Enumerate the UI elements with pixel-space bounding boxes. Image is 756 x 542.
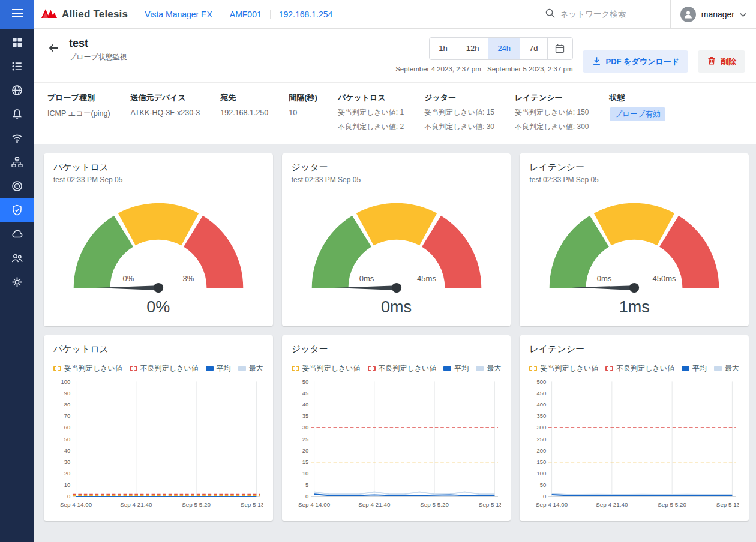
card-title: パケットロス: [53, 162, 263, 173]
svg-text:25: 25: [302, 436, 308, 442]
avatar: [680, 7, 696, 22]
breadcrumb-amf-network[interactable]: AMF001: [221, 10, 270, 19]
maximum-swatch-icon: [238, 366, 246, 371]
line-card-latency: レイテンシー 妥当判定しきい値 不良判定しきい値 平均 最大 Sep 4 14:…: [520, 335, 749, 521]
svg-text:Sep 4 14:00: Sep 4 14:00: [298, 501, 331, 508]
svg-text:80: 80: [64, 401, 70, 408]
trash-icon: [707, 56, 716, 67]
svg-text:Sep 4 21:40: Sep 4 21:40: [596, 501, 629, 508]
svg-text:30: 30: [64, 459, 70, 465]
card-subtitle: test 02:33 PM Sep 05: [53, 176, 263, 184]
legend-item-warn-threshold[interactable]: 妥当判定しきい値: [529, 363, 598, 374]
legend-item-warn-threshold[interactable]: 妥当判定しきい値: [292, 363, 361, 374]
svg-text:Sep 4 14:00: Sep 4 14:00: [60, 501, 92, 508]
users-icon: [11, 252, 23, 264]
time-range-12h[interactable]: 12h: [457, 38, 488, 59]
jitter-thresholds-field: ジッター 妥当判定しきい値: 15 不良判定しきい値: 30: [424, 92, 494, 132]
warn-threshold-swatch-icon: [53, 366, 61, 371]
calendar-button[interactable]: [547, 38, 572, 59]
svg-text:40: 40: [64, 447, 70, 454]
legend-item-average[interactable]: 平均: [682, 363, 707, 374]
sidebar-item-user-management[interactable]: [0, 246, 34, 270]
legend-label: 妥当判定しきい値: [64, 363, 122, 374]
svg-text:Sep 4 21:40: Sep 4 21:40: [358, 501, 391, 508]
download-pdf-button[interactable]: PDF をダウンロード: [583, 50, 688, 73]
dashboard-icon: [11, 36, 23, 49]
svg-text:70: 70: [64, 412, 70, 419]
sidebar-item-sdwan[interactable]: [0, 174, 34, 198]
target-icon: [11, 180, 23, 192]
sidebar-item-cloud[interactable]: [0, 222, 34, 246]
breadcrumb-controller-ip[interactable]: 192.168.1.254: [270, 10, 341, 19]
legend-item-crit-threshold[interactable]: 不良判定しきい値: [605, 363, 674, 374]
svg-text:20: 20: [302, 447, 308, 454]
svg-text:0ms: 0ms: [359, 274, 374, 283]
card-title: レイテンシー: [529, 162, 739, 173]
card-subtitle: test 02:33 PM Sep 05: [529, 176, 739, 184]
sidebar-item-asset-list[interactable]: [0, 54, 34, 78]
sidebar-item-dashboard[interactable]: [0, 30, 34, 54]
delete-button[interactable]: 削除: [698, 50, 745, 73]
card-title: レイテンシー: [529, 344, 739, 355]
chart-legend: 妥当判定しきい値 不良判定しきい値 平均 最大: [529, 363, 739, 374]
legend-item-maximum[interactable]: 最大: [476, 363, 501, 374]
breadcrumb: Vista Manager EX AMF001 192.168.1.254: [136, 10, 341, 19]
average-swatch-icon: [206, 366, 214, 371]
svg-text:5: 5: [305, 481, 308, 488]
sidebar-item-network-hierarchy[interactable]: [0, 150, 34, 174]
time-range-24h[interactable]: 24h: [488, 38, 520, 59]
line-card-jitter: ジッター 妥当判定しきい値 不良判定しきい値 平均 最大 Sep 4 14:00…: [282, 335, 511, 521]
gear-icon: [11, 276, 23, 288]
cloud-icon: [11, 228, 23, 240]
breadcrumb-vista-manager[interactable]: Vista Manager EX: [136, 10, 221, 19]
title-block: test プローブ状態監視: [69, 37, 127, 62]
svg-text:15: 15: [302, 459, 308, 465]
legend-item-average[interactable]: 平均: [206, 363, 231, 374]
svg-text:45ms: 45ms: [417, 274, 436, 283]
legend-item-maximum[interactable]: 最大: [238, 363, 263, 374]
date-range-text: September 4 2023, 2:37 pm - September 5 …: [395, 65, 572, 73]
network-search[interactable]: [536, 0, 670, 29]
svg-text:Sep 5 13:00: Sep 5 13:00: [241, 501, 263, 508]
sitemap-icon: [11, 156, 23, 168]
download-icon: [592, 56, 602, 68]
sidebar-item-events[interactable]: [0, 102, 34, 126]
user-menu[interactable]: manager: [670, 0, 756, 29]
chart-legend: 妥当判定しきい値 不良判定しきい値 平均 最大: [53, 363, 263, 374]
legend-item-maximum[interactable]: 最大: [714, 363, 739, 374]
sidebar-item-health-monitoring[interactable]: [0, 198, 34, 222]
gauge-value: 1ms: [529, 298, 739, 317]
legend-item-crit-threshold[interactable]: 不良判定しきい値: [368, 363, 437, 374]
legend-item-warn-threshold[interactable]: 妥当判定しきい値: [53, 363, 122, 374]
svg-text:50: 50: [64, 436, 70, 442]
time-range-7d[interactable]: 7d: [520, 38, 547, 59]
svg-text:35: 35: [302, 412, 308, 419]
legend-item-average[interactable]: 平均: [443, 363, 469, 374]
legend-item-crit-threshold[interactable]: 不良判定しきい値: [130, 363, 199, 374]
time-range-1h[interactable]: 1h: [430, 38, 456, 59]
status-badge: プローブ有効: [610, 107, 666, 121]
menu-button[interactable]: [0, 0, 34, 29]
delete-label: 削除: [721, 56, 736, 67]
destination-field: 宛先 192.168.1.250: [220, 92, 268, 132]
field-value: ATKK-HQ-3F-x230-3: [131, 109, 200, 117]
search-input[interactable]: [560, 10, 656, 19]
warn-threshold-swatch-icon: [292, 366, 299, 371]
svg-text:350: 350: [537, 412, 547, 419]
svg-text:450: 450: [537, 390, 547, 396]
line-card-packet-loss: パケットロス 妥当判定しきい値 不良判定しきい値 平均 最大 Sep 4 14:…: [44, 335, 273, 521]
back-button[interactable]: [47, 42, 59, 56]
svg-text:0: 0: [67, 493, 70, 499]
packet-loss-thresholds-field: パケットロス 妥当判定しきい値: 1 不良判定しきい値: 2: [338, 92, 404, 132]
latency-gauge-chart: 0ms450ms: [529, 190, 739, 294]
field-value: 10: [289, 109, 317, 117]
svg-text:Sep 4 21:40: Sep 4 21:40: [120, 501, 152, 508]
crit-threshold-swatch-icon: [605, 366, 613, 371]
top-header: Allied Telesis Vista Manager EX AMF001 1…: [34, 0, 756, 29]
svg-text:90: 90: [64, 390, 70, 396]
svg-text:50: 50: [302, 378, 308, 385]
sidebar-item-wireless[interactable]: [0, 126, 34, 150]
sidebar-item-network-map[interactable]: [0, 78, 34, 102]
sidebar-item-settings[interactable]: [0, 270, 34, 294]
page-subtitle: プローブ状態監視: [69, 52, 127, 62]
